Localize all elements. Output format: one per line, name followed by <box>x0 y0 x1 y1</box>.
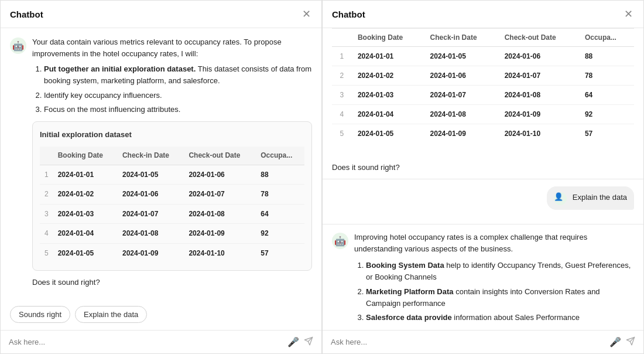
table-cell: 2024-01-08 <box>118 224 184 244</box>
table-cell: 92 <box>579 105 634 124</box>
explain-data-button[interactable]: Explain the data <box>75 306 147 323</box>
table-cell: 2024-01-05 <box>424 47 499 66</box>
bot-explain-list: Booking System Data help to identify Occ… <box>354 260 634 324</box>
bot-explain-bubble: Improving hotel occupancy rates is a com… <box>354 232 634 330</box>
left-input-area: 🎤 <box>1 330 321 353</box>
col-header-occupa: Occupa... <box>256 147 304 165</box>
table-cell: 2024-01-04 <box>352 105 424 124</box>
table-cell: 5 <box>40 243 53 263</box>
bot-step-1: Put together an initial exploration data… <box>44 63 312 87</box>
table-row: 42024-01-042024-01-082024-01-0992 <box>332 105 634 124</box>
table-row: 52024-01-052024-01-092024-01-1057 <box>332 124 634 144</box>
user-message-row: 👤 Explain the data <box>332 186 634 210</box>
bot-explain-item-3: Salesforce data provide information abou… <box>366 312 634 324</box>
table-cell: 2024-01-09 <box>499 105 579 124</box>
dataset-title: Initial exploration dataset <box>40 129 304 141</box>
table-cell: 2024-01-03 <box>352 86 424 105</box>
bot-explain-section: 🤖 Improving hotel occupancy rates is a c… <box>323 224 643 330</box>
table-row: 42024-01-042024-01-082024-01-0992 <box>40 224 304 244</box>
table-cell: 2024-01-06 <box>118 185 184 205</box>
table-cell: 2024-01-08 <box>184 204 256 224</box>
left-table-head: Booking Date Check-in Date Check-out Dat… <box>40 147 304 165</box>
table-row: 52024-01-052024-01-092024-01-1057 <box>40 243 304 263</box>
dataset-box: Initial exploration dataset Booking Date… <box>32 121 312 271</box>
table-cell: 2024-01-08 <box>424 105 499 124</box>
table-cell: 92 <box>256 224 304 244</box>
left-close-button[interactable]: ✕ <box>301 8 312 21</box>
table-cell: 2024-01-07 <box>499 66 579 86</box>
right-sound-right: Does it sound right? <box>332 163 634 172</box>
right-table-body: 12024-01-012024-01-052024-01-068822024-0… <box>332 47 634 144</box>
bot-step-2: Identify key occupancy influencers. <box>44 90 312 101</box>
table-cell: 2024-01-07 <box>424 86 499 105</box>
table-cell: 2024-01-08 <box>499 86 579 105</box>
table-cell: 5 <box>332 124 352 144</box>
table-cell: 2024-01-01 <box>53 165 118 185</box>
right-panel-content: Booking Date Check-in Date Check-out Dat… <box>323 28 643 330</box>
table-cell: 2024-01-04 <box>53 224 118 244</box>
table-cell: 2024-01-10 <box>184 243 256 263</box>
table-cell: 1 <box>40 165 53 185</box>
right-chat-input[interactable] <box>331 338 605 346</box>
right-data-table: Booking Date Check-in Date Check-out Dat… <box>332 28 634 143</box>
table-cell: 2024-01-06 <box>184 165 256 185</box>
right-input-area: 🎤 <box>323 330 643 353</box>
bot-intro-row: 🤖 Your data contain various metrics rele… <box>10 36 312 292</box>
right-panel: Chatbot ✕ Booking Date Check-in Date Che… <box>322 0 644 354</box>
right-microphone-icon[interactable]: 🎤 <box>609 336 621 348</box>
left-data-table: Booking Date Check-in Date Check-out Dat… <box>40 147 304 263</box>
left-panel-title: Chatbot <box>10 9 43 19</box>
bot-steps-list: Put together an initial exploration data… <box>32 63 312 115</box>
table-cell: 78 <box>256 185 304 205</box>
table-cell: 88 <box>256 165 304 185</box>
table-wrapper-left: Booking Date Check-in Date Check-out Dat… <box>40 147 304 263</box>
table-row: 12024-01-012024-01-052024-01-0688 <box>332 47 634 66</box>
table-cell: 2024-01-05 <box>118 165 184 185</box>
user-message-bubble: 👤 Explain the data <box>547 186 634 210</box>
table-row: 32024-01-032024-01-072024-01-0864 <box>332 86 634 105</box>
bot-step-3: Focus on the most influencing attributes… <box>44 104 312 115</box>
table-cell: 2024-01-10 <box>499 124 579 144</box>
right-panel-header: Chatbot ✕ <box>323 1 643 28</box>
table-cell: 2024-01-07 <box>118 204 184 224</box>
right-col-checkout: Check-out Date <box>499 29 579 47</box>
right-table-section: Booking Date Check-in Date Check-out Dat… <box>323 28 643 150</box>
right-panel-title: Chatbot <box>332 9 365 19</box>
table-cell: 57 <box>256 243 304 263</box>
col-header-num <box>40 147 53 165</box>
table-cell: 2024-01-09 <box>424 124 499 144</box>
right-close-button[interactable]: ✕ <box>623 8 634 21</box>
left-send-icon[interactable] <box>304 336 313 348</box>
table-cell: 3 <box>40 204 53 224</box>
user-message-text: Explain the data <box>573 193 627 202</box>
table-cell: 2024-01-07 <box>184 185 256 205</box>
sounds-right-button[interactable]: Sounds right <box>10 306 70 323</box>
bot-explain-item-1: Booking System Data help to identify Occ… <box>366 260 634 283</box>
table-cell: 2 <box>332 66 352 86</box>
bot-explain-intro: Improving hotel occupancy rates is a com… <box>354 232 634 255</box>
left-table-header-row: Booking Date Check-in Date Check-out Dat… <box>40 147 304 165</box>
left-chat-input[interactable] <box>9 338 283 346</box>
table-cell: 2024-01-06 <box>499 47 579 66</box>
table-cell: 2024-01-02 <box>53 185 118 205</box>
table-cell: 2024-01-09 <box>184 224 256 244</box>
bot-avatar-left: 🤖 <box>10 38 26 54</box>
bot-explain-item-2: Marketing Platform Data contain insights… <box>366 286 634 309</box>
table-cell: 1 <box>332 47 352 66</box>
table-cell: 2024-01-05 <box>53 243 118 263</box>
table-cell: 2024-01-02 <box>352 66 424 86</box>
table-cell: 4 <box>332 105 352 124</box>
table-row: 22024-01-022024-01-062024-01-0778 <box>40 185 304 205</box>
right-table-header-row: Booking Date Check-in Date Check-out Dat… <box>332 29 634 47</box>
bot-intro-text: Your data contain various metrics releva… <box>32 36 312 60</box>
user-message-section: 👤 Explain the data <box>323 179 643 224</box>
right-col-occupa: Occupa... <box>579 29 634 47</box>
left-microphone-icon[interactable]: 🎤 <box>287 336 299 348</box>
right-send-icon[interactable] <box>626 336 635 348</box>
col-header-checkout: Check-out Date <box>184 147 256 165</box>
left-panel: Chatbot ✕ 🤖 Your data contain various me… <box>0 0 322 354</box>
col-header-booking: Booking Date <box>53 147 118 165</box>
left-sound-right: Does it sound right? <box>32 277 312 288</box>
right-col-num <box>332 29 352 47</box>
table-row: 12024-01-012024-01-052024-01-0688 <box>40 165 304 185</box>
